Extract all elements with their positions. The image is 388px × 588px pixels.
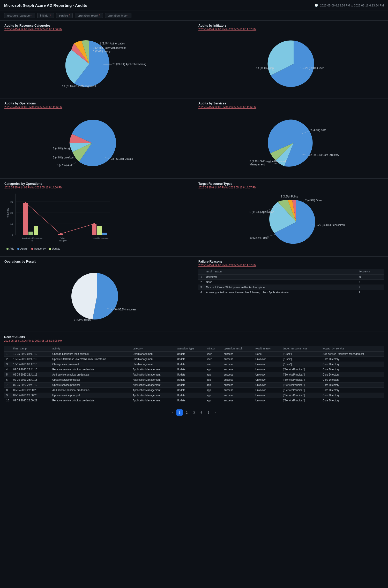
cell-service: Core Directory: [320, 383, 384, 388]
cell-opresult: success: [222, 357, 253, 362]
cell-service: Core Directory: [320, 372, 384, 377]
table-row: 1 10-05-2023 03:17:10 Change password (s…: [4, 352, 384, 357]
panel-subtitle[interactable]: 2023-05-15 6:14:06 PM to 2023-05-16 6:14…: [4, 28, 190, 31]
cell-category: ApplicationManagement: [131, 377, 175, 383]
cell-category: ApplicationManagement: [131, 372, 175, 377]
panel-initiators: Audits by Initiators 2023-05-15 6:14:07 …: [194, 20, 388, 98]
col-opresult: operation_result: [222, 346, 253, 352]
row-num: 5: [4, 372, 11, 377]
pagination: ‹ 1 2 3 4 5 ›: [0, 406, 388, 419]
cell-opresult: success: [222, 372, 253, 377]
panel-resource-categories: Audits by Resource Categories 2023-05-15…: [0, 20, 194, 98]
svg-text:2 (4.8%) failure: 2 (4.8%) failure: [74, 318, 91, 321]
panel-title: Categories by Operations: [4, 182, 190, 186]
svg-text:13 (31.0%) app: 13 (31.0%) app: [256, 67, 274, 70]
cell-initiator: app: [205, 388, 222, 393]
table-row: 8 09-05-2023 23:30:23 Add service princi…: [4, 388, 384, 393]
cell-timestamp: 09-05-2023 23:41:13: [11, 367, 50, 372]
cell-category: UserManagement: [131, 362, 175, 367]
panel-subtitle[interactable]: 2023-05-15 6:14:07 PM to 2023-05-16 6:14…: [198, 28, 384, 31]
panel-subtitle[interactable]: 2023-05-15 6:14:06 PM to 2023-05-16 6:14…: [4, 106, 190, 109]
svg-rect-43: [97, 226, 102, 235]
filter-service[interactable]: service *: [56, 13, 73, 18]
page-next-btn[interactable]: ›: [213, 409, 219, 416]
row-num: 2: [198, 280, 204, 285]
panel-subtitle[interactable]: 2023-05-15 6:14:06 PM to 2023-05-16 6:14…: [198, 106, 384, 109]
cell-reason: None: [253, 352, 281, 357]
pie-initiators: 29 (69.0%) user 13 (31.0%) app: [198, 33, 384, 95]
filter-operation-type[interactable]: operation_type *: [105, 13, 131, 18]
cell-category: UserManagement: [131, 357, 175, 362]
pie-operations: 35 (83.3%) Update 3 (7.1%) Add 2 (4.8%) …: [4, 111, 190, 175]
cell-optype: Update: [175, 357, 204, 362]
svg-text:2 (4.8%) Unknown: 2 (4.8%) Unknown: [53, 156, 74, 159]
col-num: [4, 346, 11, 352]
page-btn-5[interactable]: 5: [205, 409, 212, 416]
cell-service: Core Directory: [320, 398, 384, 403]
svg-text:5 (11.4%) Application: 5 (11.4%) Application: [250, 211, 274, 213]
legend-dot-frequency: [31, 248, 33, 250]
pie-services: 37 (88.1%) Core Directory 3 (7.1%) Self-…: [198, 111, 384, 175]
row-num: 1: [198, 274, 204, 280]
panel-target-resources: Target Resource Types 2023-05-15 6:14:07…: [194, 179, 388, 256]
table-row: 3 10-05-2023 03:17:10 Change user passwo…: [4, 362, 384, 367]
table-row: 4 09-05-2023 23:41:13 Remove service pri…: [4, 367, 384, 372]
svg-text:1 (2.4%) Authorization: 1 (2.4%) Authorization: [100, 42, 125, 45]
row-num: 7: [4, 383, 11, 388]
svg-text:1 (2.4%) Policy: 1 (2.4%) Policy: [93, 50, 110, 53]
page-btn-1[interactable]: 1: [176, 409, 183, 416]
svg-text:2 (4.8%) Assign: 2 (4.8%) Assign: [53, 147, 71, 150]
panel-ops-by-result: Operations by Result 40 (95.2%) success …: [0, 256, 194, 332]
page-btn-3[interactable]: 3: [191, 409, 197, 416]
table-row: 1 Unknown 36: [198, 274, 384, 280]
legend-dot-update: [49, 248, 51, 250]
cell-target: ["ServicePrincipal"]: [281, 398, 321, 403]
cell-service: Core Directory: [320, 362, 384, 367]
legend-label-update: Update: [52, 247, 60, 250]
cell-activity: Update StsRefreshTokenValidFrom Timestam…: [50, 357, 131, 362]
pie-resource-categories: 29 (69.0%) ApplicationManagement 10 (23.…: [4, 33, 190, 95]
table-row: 2 10-05-2023 03:17:10 Update StsRefreshT…: [4, 357, 384, 362]
cell-service: Core Directory: [320, 377, 384, 383]
cell-opresult: success: [222, 367, 253, 372]
svg-text:35 (83.3%) Update: 35 (83.3%) Update: [111, 157, 133, 160]
cell-timestamp: 09-05-2023 23:41:13: [11, 377, 50, 383]
bar-chart-legend: Add Assign frequency Update: [6, 247, 188, 250]
cell-optype: Update: [175, 398, 204, 403]
panel-subtitle[interactable]: 2023-05-15 6:14:07 PM to 2023-05-16 6:14…: [198, 186, 384, 189]
svg-text:37 (88.1%) Core Directory: 37 (88.1%) Core Directory: [309, 154, 339, 156]
col-optype: operation_type: [175, 346, 204, 352]
cell-timestamp: 09-05-2023 23:30:23: [11, 393, 50, 398]
top-charts-row: Audits by Resource Categories 2023-05-15…: [0, 20, 388, 98]
filter-initiator[interactable]: initiator *: [37, 13, 54, 18]
table-row: 4 Access granted because the user has fo…: [198, 290, 384, 295]
cell-activity: Change password (self-service): [50, 352, 131, 357]
recent-audits-subtitle[interactable]: 2023-05-15 6:14:06 PM to 2023-05-16 6:14…: [4, 339, 384, 342]
cell-optype: Update: [175, 352, 204, 357]
col-reason: result_reason: [204, 269, 357, 274]
filter-operation-result[interactable]: operation_result *: [75, 13, 103, 18]
recent-audits-section: Recent Audits 2023-05-15 6:14:06 PM to 2…: [0, 332, 388, 406]
panel-title: Failure Reasons: [198, 260, 384, 263]
panel-subtitle[interactable]: 2023-05-15 6:14:07 PM to 2023-05-16 6:14…: [198, 264, 384, 267]
cell-target: ["User"]: [281, 357, 321, 362]
col-category: category: [131, 346, 175, 352]
filter-resource-category[interactable]: resource_category *: [4, 13, 35, 18]
cell-activity: Update service principal: [50, 383, 131, 388]
panel-subtitle[interactable]: 2023-05-15 6:14:06 PM to 2023-05-16 6:14…: [4, 186, 190, 189]
cell-activity: Remove service principal credentials: [50, 398, 131, 403]
cell-opresult: success: [222, 388, 253, 393]
page-btn-2[interactable]: 2: [184, 409, 190, 416]
cell-service: Core Directory: [320, 388, 384, 393]
cell-optype: Update: [175, 367, 204, 372]
svg-text:2 (4.8%) B2C: 2 (4.8%) B2C: [310, 129, 326, 132]
row-num: 4: [198, 290, 204, 295]
legend-add: Add: [6, 247, 14, 250]
page-btn-4[interactable]: 4: [198, 409, 204, 416]
page-prev-btn[interactable]: ‹: [169, 409, 175, 416]
svg-text:10 (23.8%) UserManagement: 10 (23.8%) UserManagement: [62, 85, 96, 88]
cell-initiator: user: [205, 352, 222, 357]
svg-text:category: category: [59, 240, 67, 242]
recent-audits-title: Recent Audits: [4, 335, 384, 339]
cell-target: ["User"]: [281, 352, 321, 357]
